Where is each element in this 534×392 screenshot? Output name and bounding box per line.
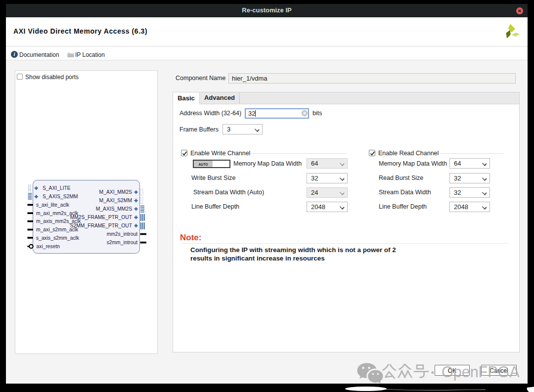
svg-text:M_AXIS_MM2S: M_AXIS_MM2S <box>96 206 132 212</box>
svg-text:M_AXI_S2MM: M_AXI_S2MM <box>99 198 132 203</box>
svg-text:mm2s_introut: mm2s_introut <box>107 231 138 237</box>
svg-text:S_AXIS_S2MM: S_AXIS_S2MM <box>43 194 78 199</box>
svg-text:S2MM_FRAME_PTR_OUT: S2MM_FRAME_PTR_OUT <box>70 223 133 228</box>
svg-text:axi_resetn: axi_resetn <box>37 244 60 249</box>
svg-text:S_AXI_LITE: S_AXI_LITE <box>43 185 71 191</box>
svg-text:s2mm_introut: s2mm_introut <box>107 240 138 245</box>
svg-text:MM2S_FRAME_PTR_OUT: MM2S_FRAME_PTR_OUT <box>70 215 133 220</box>
svg-text:M_AXI_MM2S: M_AXI_MM2S <box>99 189 133 195</box>
svg-text:s_axis_s2mm_aclk: s_axis_s2mm_aclk <box>36 235 80 241</box>
svg-text:s_axi_lite_aclk: s_axi_lite_aclk <box>36 202 70 208</box>
